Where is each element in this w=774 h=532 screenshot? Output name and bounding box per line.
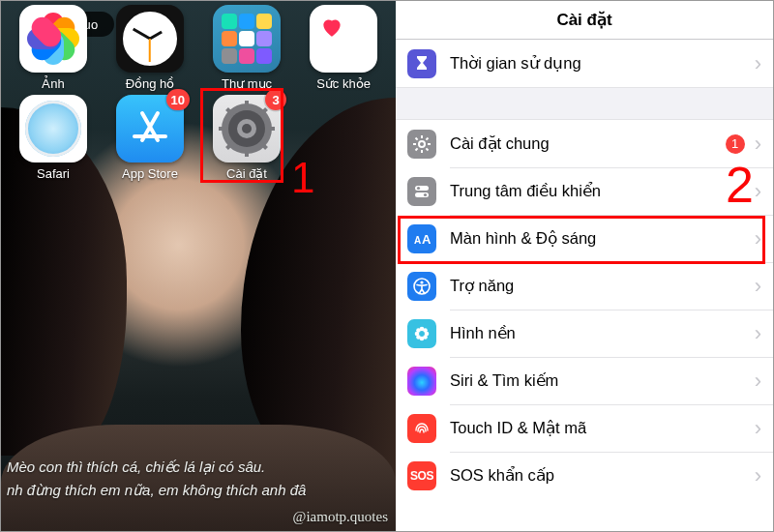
hourglass-icon [407,49,436,78]
svg-marker-0 [53,114,68,129]
app-label: Đồng hồ [126,76,175,91]
app-appstore[interactable]: 10 App Store [102,95,198,181]
row-general[interactable]: Cài đặt chung 1 › [396,120,773,167]
row-wallpaper[interactable]: Hình nền › [396,310,773,357]
app-folder[interactable]: Thư mục [198,5,295,91]
row-label: Hình nền [450,324,755,342]
row-label: Touch ID & Mật mã [450,419,755,437]
badge: 10 [166,89,190,110]
row-sos[interactable]: SOS SOS khẩn cấp › [396,452,773,499]
chevron-right-icon: › [755,132,761,157]
chevron-right-icon: › [755,463,761,488]
row-screentime[interactable]: Thời gian sử dụng › [396,40,773,87]
svg-point-33 [420,281,423,283]
photos-icon [19,5,87,73]
svg-point-40 [416,335,421,340]
svg-line-24 [416,148,418,150]
ios-home-screen: quo Ảnh [1,1,396,531]
toggles-icon [407,177,436,206]
settings-list[interactable]: Thời gian sử dụng › Cài đặt chung 1 › [396,40,773,531]
home-icon-grid: Ảnh Đồng hồ [1,1,396,181]
app-clock[interactable]: Đồng hồ [102,5,198,91]
chevron-right-icon: › [755,51,761,76]
svg-point-41 [423,335,428,340]
svg-line-25 [426,137,428,139]
siri-icon [407,367,436,396]
annotation-box [200,88,283,183]
chevron-right-icon: › [755,416,761,441]
row-label: Thời gian sử dụng [450,54,755,73]
svg-line-23 [426,148,428,150]
svg-point-17 [419,141,425,147]
app-label: Ảnh [42,76,64,91]
chevron-right-icon: › [755,321,761,346]
annotation-box [398,216,765,264]
health-icon [310,5,377,73]
wallpaper-quote: Mèo con thì thích cá, chiếc lá lại có sâ… [1,456,396,503]
svg-point-38 [416,328,421,333]
svg-point-27 [417,186,420,189]
row-label: Siri & Tìm kiếm [450,371,755,390]
svg-point-39 [423,328,428,333]
row-accessibility[interactable]: Trợ năng › [396,262,773,310]
chevron-right-icon: › [755,274,761,299]
app-label: Safari [37,166,70,181]
row-label: Cài đặt chung [450,134,726,153]
notification-badge: 1 [726,134,745,154]
safari-icon [19,95,87,163]
folder-icon [213,5,281,73]
row-label: Trợ năng [450,277,755,295]
row-touchid[interactable]: Touch ID & Mật mã › [396,404,773,452]
row-siri[interactable]: Siri & Tìm kiếm › [396,357,773,404]
appstore-icon: 10 [116,95,184,163]
app-health[interactable]: Sức khỏe [295,5,392,91]
gear-icon [407,130,436,159]
chevron-right-icon: › [755,179,761,204]
fingerprint-icon [407,414,436,443]
accessibility-icon [407,272,436,301]
app-photos[interactable]: Ảnh [5,5,102,91]
sos-icon: SOS [407,461,436,490]
annotation-number: 2 [726,156,754,214]
app-safari[interactable]: Safari [5,95,102,181]
flower-icon [407,319,436,348]
svg-marker-1 [39,129,53,143]
wallpaper-handle: @iamotp.quotes [293,509,388,525]
settings-pane: Cài đặt Thời gian sử dụng › Cài đặt chun… [396,1,773,531]
row-label: SOS khẩn cấp [450,466,755,485]
app-label: Sức khỏe [316,76,371,91]
annotation-number: 1 [291,154,314,202]
app-label: App Store [122,166,178,181]
svg-line-22 [416,137,418,139]
chevron-right-icon: › [755,369,761,394]
settings-title: Cài đặt [396,1,773,40]
row-label: Trung tâm điều khiển [450,182,755,200]
clock-icon [116,5,184,73]
svg-point-42 [420,331,424,335]
section-gap [396,87,773,120]
svg-point-29 [424,192,427,195]
row-control-center[interactable]: Trung tâm điều khiển › [396,167,773,215]
